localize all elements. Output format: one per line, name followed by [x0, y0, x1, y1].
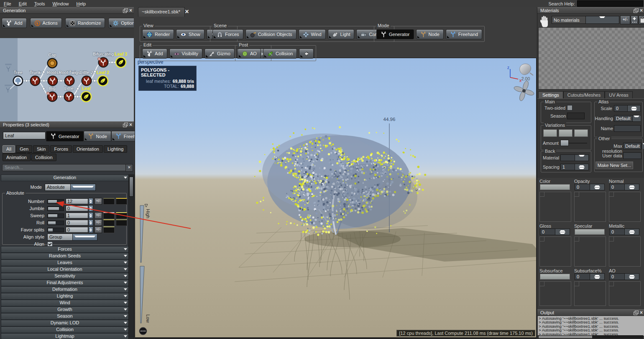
node-button[interactable]: Node: [416, 29, 444, 39]
gizmo-button[interactable]: Gizmo: [204, 49, 235, 59]
graph-node-little[interactable]: Little: [64, 86, 74, 102]
handling-dropdown[interactable]: Default: [614, 115, 641, 122]
section-header-forces[interactable]: Forces: [1, 246, 129, 253]
plusminus-button[interactable]: +/-: [95, 198, 102, 205]
wind-fan-object[interactable]: [514, 80, 535, 102]
user-data-input[interactable]: [623, 152, 641, 159]
spacing-spinner[interactable]: 1: [560, 164, 589, 170]
menu-tools[interactable]: Tools: [31, 1, 49, 7]
paste-material-icon[interactable]: [639, 15, 644, 24]
ao-button[interactable]: AO: [238, 49, 261, 59]
collision-objects-button[interactable]: Collision Objects: [245, 29, 296, 39]
section-header-local-orientation[interactable]: Local Orientation: [1, 266, 129, 273]
section-header-final-adjustments[interactable]: Final Adjustments: [1, 280, 129, 286]
amount-slider-handle[interactable]: [560, 140, 569, 146]
collision-button[interactable]: Collision: [263, 49, 297, 59]
pan-hand-icon[interactable]: [539, 15, 550, 28]
color-swatch[interactable]: [540, 184, 570, 190]
node-name-field[interactable]: [3, 132, 46, 139]
curve-editor-box[interactable]: [103, 219, 115, 226]
prop-slider[interactable]: [47, 221, 64, 225]
freehand-button[interactable]: Freehand: [446, 29, 482, 39]
two-sided-checkbox[interactable]: [567, 105, 572, 110]
tab-animation[interactable]: Animation: [3, 154, 31, 161]
back-material-dropdown[interactable]: [560, 154, 589, 161]
graph-node-leaf3[interactable]: Leaf 3: [115, 51, 128, 67]
section-header-leaves[interactable]: Leaves: [1, 259, 129, 266]
scale-spinner[interactable]: 0: [614, 105, 641, 112]
section-header-lightmap[interactable]: Lightmap: [1, 333, 129, 339]
graph-node-tree[interactable]: Tree: [13, 70, 23, 86]
viewport[interactable]: 44.96zx2.00HighLow perspective POLYGONS …: [135, 58, 537, 338]
material-tab-uv-areas[interactable]: UV Areas: [605, 91, 632, 99]
section-header-random-seeds[interactable]: Random Seeds: [1, 253, 129, 259]
tab-gen[interactable]: Gen: [16, 145, 32, 153]
prop-slider[interactable]: [47, 228, 64, 232]
viewport-options-icon[interactable]: [139, 327, 147, 335]
section-header-lighting[interactable]: Lighting: [1, 293, 129, 300]
section-header-sensitivity[interactable]: Sensitivity: [1, 273, 129, 280]
graph-node-trunk[interactable]: Trunk: [30, 70, 41, 86]
float-panel-icon[interactable]: [123, 124, 127, 127]
value-spinner[interactable]: 0: [575, 273, 605, 280]
prop-value-input[interactable]: 1: [66, 213, 88, 218]
close-panel-icon[interactable]: ×: [640, 311, 643, 315]
texture-box[interactable]: [539, 192, 571, 222]
tab-forces[interactable]: Forces: [50, 145, 72, 153]
align-style-dropdown[interactable]: Group: [47, 234, 97, 241]
graph-node-big[interactable]: Big: [47, 86, 58, 102]
atlas-name-input[interactable]: [614, 125, 641, 132]
prop-slider[interactable]: [47, 206, 64, 211]
prop-spinner[interactable]: [88, 198, 93, 205]
value-spinner[interactable]: 0: [540, 229, 570, 235]
actions-button[interactable]: Actions: [30, 18, 62, 28]
prop-slider[interactable]: [47, 199, 64, 204]
prop-spinner[interactable]: [88, 219, 93, 226]
scrollbar-thumb[interactable]: [129, 177, 133, 197]
materials-dropdown[interactable]: No materials: [552, 16, 619, 24]
plusminus-button[interactable]: +/-: [95, 212, 102, 219]
forces-button[interactable]: Forces: [212, 29, 243, 39]
color-swatch[interactable]: [575, 229, 605, 235]
texture-box[interactable]: [609, 192, 641, 222]
graph-node-roots[interactable]: Roots: [47, 70, 58, 86]
variation-swatch[interactable]: [559, 129, 572, 137]
document-tab[interactable]: ~skillboxtree1.sbk*: [138, 7, 185, 17]
materials-plusminus-button[interactable]: +/-: [620, 15, 630, 24]
texture-box[interactable]: [574, 192, 606, 222]
graph-node-cap[interactable]: Cap: [47, 52, 58, 69]
tab-collision[interactable]: Collision: [31, 154, 56, 161]
texture-box[interactable]: [609, 281, 641, 306]
properties-search-input[interactable]: Search...: [2, 164, 127, 171]
color-swatch[interactable]: [540, 274, 570, 280]
tab-lighting[interactable]: Lighting: [104, 145, 128, 153]
section-header-growth[interactable]: Growth: [1, 306, 129, 313]
texture-box[interactable]: [609, 236, 641, 267]
render-button[interactable]: Render: [142, 29, 174, 39]
graph-node-roottwigs[interactable]: Root Twigs: [59, 70, 80, 86]
max-resolution-dropdown[interactable]: Default: [623, 143, 641, 149]
menu-file[interactable]: File: [0, 1, 15, 7]
curve-editor-box[interactable]: [103, 198, 115, 205]
float-panel-icon[interactable]: [123, 10, 127, 13]
mode-generator-button[interactable]: Generator: [46, 131, 84, 141]
prop-value-input[interactable]: 0: [66, 220, 88, 226]
section-header-dynamic-lod[interactable]: Dynamic LOD: [1, 320, 129, 326]
graph-node-bifurcating[interactable]: Bifurcating: [93, 51, 114, 68]
output-hscrollbar[interactable]: [538, 335, 643, 339]
generator-button[interactable]: Generator: [376, 29, 414, 39]
float-panel-icon[interactable]: [634, 10, 637, 13]
prop-slider[interactable]: [47, 213, 64, 218]
mode-node-button[interactable]: Node: [84, 131, 111, 141]
add-material-icon[interactable]: [631, 15, 638, 24]
tab-orientation[interactable]: Orientation: [73, 145, 103, 153]
curve-editor-box[interactable]: [116, 212, 127, 219]
light-button[interactable]: Light: [328, 29, 355, 39]
wind-button[interactable]: Wind: [299, 29, 326, 39]
menu-help[interactable]: Help: [73, 1, 90, 7]
close-panel-icon[interactable]: ×: [129, 123, 132, 127]
curve-editor-box[interactable]: [103, 212, 115, 219]
close-panel-icon[interactable]: ×: [640, 8, 643, 13]
material-tab-settings[interactable]: Settings: [538, 91, 563, 99]
make-new-set-button[interactable]: Make New Set...: [595, 162, 633, 169]
